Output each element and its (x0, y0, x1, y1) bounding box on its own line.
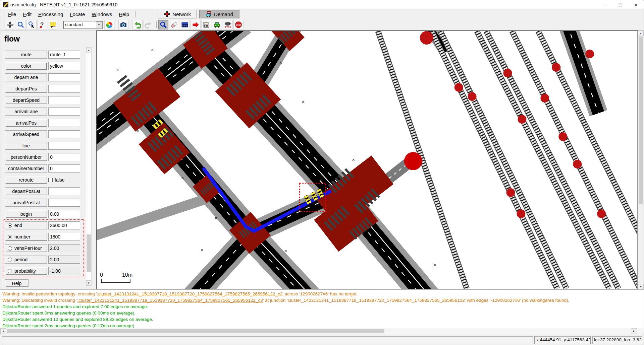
delete-mode-button[interactable] (169, 20, 179, 29)
attribute-input-probability[interactable] (48, 267, 80, 275)
scroll-down-icon[interactable]: ▼ (638, 284, 644, 289)
attribute-row-arrivalPosLat: arrivalPosLat (5, 199, 81, 207)
toolbar-grip[interactable] (2, 11, 3, 17)
minimize-button[interactable]: ─ (597, 0, 613, 9)
type-mode-button[interactable]: TYPE (223, 20, 233, 29)
scrollbar-thumb[interactable] (639, 37, 643, 204)
attribute-input-route[interactable] (48, 51, 80, 59)
attribute-input-color[interactable] (48, 62, 80, 70)
panel-scrollbar[interactable]: ▲ ▼ (86, 47, 92, 286)
scroll-left-icon[interactable]: ◄ (0, 328, 6, 334)
attribute-button-departPosLat[interactable]: departPosLat (5, 187, 47, 195)
attribute-input-line[interactable] (48, 142, 80, 150)
radio-end[interactable] (8, 223, 12, 228)
attribute-button-personNumber[interactable]: personNumber (5, 153, 47, 161)
close-button[interactable]: ✕ (628, 0, 644, 9)
pan-mode-button[interactable] (5, 20, 15, 29)
attribute-input-departSpeed[interactable] (48, 96, 80, 104)
scroll-up-icon[interactable]: ▲ (638, 30, 644, 36)
scrollbar-thumb[interactable] (87, 234, 91, 272)
attribute-button-arrivalSpeed[interactable]: arrivalSpeed (5, 130, 47, 138)
toolbar-grip[interactable] (155, 21, 157, 28)
attribute-button-containerNumber[interactable]: containerNumber (5, 164, 47, 172)
select-mode-button[interactable] (180, 20, 190, 29)
attribute-input-arrivalPos[interactable] (48, 119, 80, 127)
log-horizontal-scrollbar[interactable]: ◄ ► (0, 328, 644, 334)
attribute-input-end[interactable] (48, 221, 80, 229)
radio-probability[interactable] (8, 269, 12, 273)
stop-mode-button[interactable]: STOP (233, 20, 244, 29)
feedback-mode-button[interactable]: ! (48, 20, 58, 29)
attribute-button-begin[interactable]: begin (5, 210, 47, 218)
attribute-button-number[interactable]: number (5, 233, 47, 241)
attribute-input-arrivalLane[interactable] (48, 108, 80, 116)
attribute-button-end[interactable]: end (5, 221, 47, 229)
vehicle-mode-button[interactable] (212, 20, 222, 29)
canvas-vertical-scrollbar[interactable]: ▲ ▼ (638, 30, 644, 289)
attribute-input-arrivalPosLat[interactable] (48, 199, 80, 207)
attribute-input-personNumber[interactable] (48, 153, 80, 161)
attribute-button-color[interactable]: color (5, 62, 47, 70)
demand-mode-button[interactable]: Demand (199, 10, 239, 18)
menu-item-help[interactable]: Help (115, 10, 132, 19)
scale-zero-label: 0 (100, 272, 103, 278)
attribute-input-departPos[interactable] (48, 85, 80, 93)
radio-vehsPerHour[interactable] (8, 246, 12, 251)
undo-mode-button[interactable] (132, 20, 143, 29)
locate-mode-button[interactable] (26, 20, 37, 29)
zoom-window-icon (17, 21, 24, 28)
inspect-mode-button[interactable] (158, 20, 168, 29)
attribute-button-vehsPerHour[interactable]: vehsPerHour (5, 244, 47, 252)
color-scheme-mode-button[interactable] (104, 20, 114, 29)
attribute-input-departPosLat[interactable] (48, 187, 80, 195)
menu-item-windows[interactable]: Windows (88, 10, 115, 19)
attribute-input-begin[interactable] (48, 210, 80, 218)
menu-item-processing[interactable]: Processing (35, 10, 66, 19)
chevron-down-icon[interactable]: ▼ (96, 21, 102, 28)
attribute-button-route[interactable]: route (5, 51, 47, 59)
checkbox-reroute[interactable] (48, 178, 53, 182)
menu-item-file[interactable]: File (5, 10, 19, 19)
menu-item-edit[interactable]: Edit (19, 10, 35, 19)
scroll-right-icon[interactable]: ► (631, 328, 637, 334)
attribute-input-arrivalSpeed[interactable] (48, 130, 80, 138)
attribute-button-arrivalPos[interactable]: arrivalPos (5, 119, 47, 127)
attribute-button-arrivalPosLat[interactable]: arrivalPosLat (5, 199, 47, 207)
attribute-input-number[interactable] (48, 233, 80, 241)
radio-number[interactable] (8, 235, 12, 239)
network-mode-button[interactable]: Network (158, 10, 197, 18)
rail-stop-marker (558, 132, 567, 141)
attribute-button-departSpeed[interactable]: departSpeed (5, 96, 47, 104)
maximize-button[interactable]: ▢ (613, 0, 628, 9)
attribute-button-probability[interactable]: probability (5, 267, 47, 275)
attribute-input-departLane[interactable] (48, 73, 80, 81)
attribute-button-line[interactable]: line (5, 142, 47, 150)
attribute-button-departLane[interactable]: departLane (5, 73, 47, 81)
help-icon: ? (39, 21, 46, 28)
scrollbar-thumb[interactable] (7, 329, 384, 333)
radio-period[interactable] (8, 258, 12, 262)
move-mode-button[interactable] (191, 20, 201, 29)
attribute-input-period[interactable] (48, 256, 80, 264)
toolbar-grip[interactable] (2, 21, 3, 28)
attribute-input-containerNumber[interactable] (48, 164, 80, 172)
redo-mode-button[interactable] (143, 20, 153, 29)
attribute-button-departPos[interactable]: departPos (5, 85, 47, 93)
log-element-link[interactable]: :cluster_1423131241_1519387718_151938772… (97, 291, 282, 296)
attribute-button-arrivalLane[interactable]: arrivalLane (5, 108, 47, 116)
help-mode-button[interactable]: ? (37, 20, 47, 29)
zoom-window-mode-button[interactable] (16, 20, 26, 29)
attribute-button-period[interactable]: period (5, 256, 47, 264)
log-element-link[interactable]: :cluster_1423131241_1519387718_151938772… (77, 298, 263, 303)
menu-item-locate[interactable]: Locate (66, 10, 88, 19)
snapshot-mode-button[interactable] (118, 20, 128, 29)
view-preset-dropdown[interactable]: standard▼ (63, 21, 103, 29)
help-button[interactable]: Help (5, 279, 29, 287)
toolbar-grip[interactable] (134, 11, 136, 17)
scroll-down-icon[interactable]: ▼ (86, 280, 91, 286)
attribute-button-reroute[interactable]: reroute (5, 176, 47, 184)
attribute-input-vehsPerHour[interactable] (48, 244, 80, 252)
route-mode-button[interactable] (201, 20, 211, 29)
scroll-up-icon[interactable]: ▲ (86, 48, 91, 53)
map-canvas[interactable]: ✕✕✕✕✕✕✕✕✕✕✕✕✕ 0 10m (96, 30, 638, 289)
